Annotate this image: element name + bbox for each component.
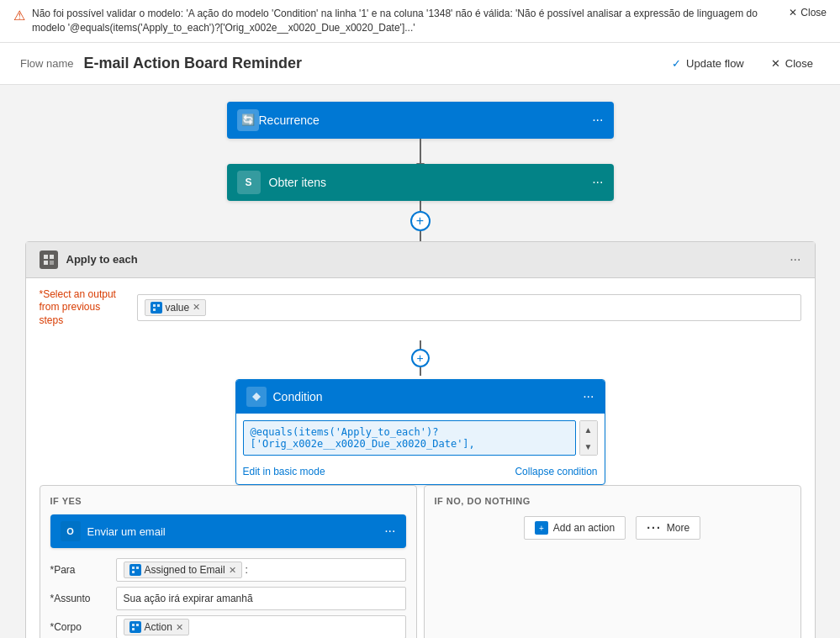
if-no-add-action-button[interactable]: + Add an action [524, 516, 626, 540]
if-no-more-label: More [667, 522, 689, 534]
value-tag-text: value [166, 302, 190, 314]
select-output-label: *Select an output from previous steps [40, 288, 124, 328]
error-close-button[interactable]: ✕ Close [789, 7, 827, 18]
collapse-condition-link[interactable]: Collapse condition [515, 466, 597, 477]
svg-rect-6 [153, 308, 156, 311]
if-no-add-action-icon: + [535, 521, 548, 535]
connector-1 [420, 139, 421, 164]
assunto-input[interactable]: Sua ação irá expirar amanhã [116, 587, 406, 610]
select-output-input[interactable]: value ✕ [137, 294, 801, 321]
if-no-label: IF NO, DO NOTHING [435, 496, 790, 506]
close-x-icon: ✕ [771, 57, 780, 70]
if-no-add-action-label: Add an action [553, 522, 615, 534]
email-node-label: Enviar um email [87, 525, 378, 538]
corpo-label: *Corpo [50, 621, 109, 633]
check-icon: ✓ [672, 57, 681, 70]
assunto-label: *Assunto [50, 593, 109, 604]
add-step-button-inner[interactable]: + [411, 349, 430, 367]
para-tag-remove[interactable]: ✕ [229, 565, 236, 576]
corpo-input[interactable]: Action ✕ [116, 615, 406, 638]
apply-each-more-button[interactable]: ··· [790, 252, 800, 267]
svg-rect-9 [136, 567, 139, 569]
obter-itens-label: Obter itens [269, 176, 593, 189]
select-output-text: Select an output from previous steps [40, 288, 116, 326]
select-output-row: *Select an output from previous steps va… [26, 278, 815, 338]
if-no-more-dots-icon: ··· [647, 521, 662, 535]
edit-basic-mode-link[interactable]: Edit in basic mode [243, 466, 325, 477]
email-node: O Enviar um email ··· [50, 514, 406, 548]
error-close-x-icon: ✕ [789, 7, 797, 18]
assunto-value: Sua ação irá expirar amanhã [124, 593, 253, 604]
outlook-icon: O [61, 521, 81, 541]
para-tag-text: Assigned to Email [145, 564, 225, 576]
condition-footer: Edit in basic mode Collapse condition [236, 462, 605, 484]
if-no-section: IF NO, DO NOTHING + Add an action ··· Mo… [424, 485, 801, 638]
condition-more-button[interactable]: ··· [583, 389, 594, 404]
value-tag: value ✕ [145, 299, 207, 316]
condition-icon [246, 387, 267, 407]
recurrence-icon: 🔄 [237, 109, 259, 131]
error-text: Não foi possível validar o modelo: 'A aç… [32, 7, 775, 35]
para-field: *Para Assigned to Email ✕ : [50, 558, 406, 582]
obter-itens-more-button[interactable]: ··· [592, 175, 603, 190]
update-flow-label: Update flow [686, 57, 744, 70]
svg-rect-8 [132, 567, 135, 569]
svg-rect-11 [132, 624, 135, 626]
connector-line-bottom [420, 231, 421, 241]
corpo-tag-remove[interactable]: ✕ [176, 622, 183, 633]
apply-each-title: Apply to each [66, 253, 782, 266]
apply-each-icon [40, 250, 58, 269]
condition-scroll-up-button[interactable]: ▲ [580, 421, 597, 438]
para-tag: Assigned to Email ✕ [124, 562, 242, 578]
close-flow-button[interactable]: ✕ Close [764, 54, 820, 73]
error-close-label: Close [800, 7, 827, 18]
if-no-more-button[interactable]: ··· More [636, 516, 700, 540]
apply-each-container: Apply to each ··· *Select an output from… [25, 241, 816, 638]
corpo-field: *Corpo Action ✕ [50, 615, 406, 638]
value-tag-remove-button[interactable]: ✕ [193, 302, 200, 313]
condition-header: Condition ··· [236, 380, 605, 414]
inner-plus-connector: + [26, 337, 815, 379]
para-label: *Para [50, 564, 109, 576]
value-tag-icon [151, 302, 162, 314]
svg-rect-5 [157, 304, 160, 307]
recurrence-more-button[interactable]: ··· [592, 113, 603, 128]
condition-container: Condition ··· @equals(items('Apply_to_ea… [235, 379, 605, 485]
para-input[interactable]: Assigned to Email ✕ : [116, 558, 406, 582]
inner-line-top [420, 340, 421, 349]
obter-itens-node: S Obter itens ··· [227, 164, 614, 201]
svg-rect-13 [132, 628, 135, 630]
update-flow-button[interactable]: ✓ Update flow [665, 54, 751, 73]
recurrence-label: Recurrence [259, 113, 593, 127]
assunto-field: *Assunto Sua ação irá expirar amanhã [50, 587, 406, 610]
connector-line-top [420, 201, 421, 211]
flow-name-label: Flow name [20, 57, 74, 70]
para-tag-icon [129, 564, 141, 576]
top-nav: Flow name E-mail Action Board Reminder ✓… [0, 43, 840, 85]
condition-scroll-down-button[interactable]: ▼ [580, 438, 597, 455]
svg-rect-10 [132, 571, 135, 573]
if-sections-wrap: IF YES O Enviar um email ··· *Para [26, 485, 815, 638]
condition-label: Condition [273, 390, 577, 403]
corpo-tag: Action ✕ [124, 619, 189, 635]
condition-formula-input[interactable]: @equals(items('Apply_to_each')?['Orig_x0… [243, 420, 576, 456]
plus-connector-1: + [410, 201, 431, 241]
svg-marker-7 [252, 393, 261, 401]
condition-formula-row: @equals(items('Apply_to_each')?['Orig_x0… [243, 420, 598, 456]
canvas: 🔄 Recurrence ··· S Obter itens ··· + [0, 85, 840, 638]
condition-scroll-buttons: ▲ ▼ [579, 420, 598, 456]
add-step-button-1[interactable]: + [410, 211, 431, 231]
error-icon: ⚠ [13, 8, 25, 24]
condition-body: @equals(items('Apply_to_each')?['Orig_x0… [236, 414, 605, 462]
inner-line-bottom [420, 367, 421, 376]
corpo-tag-icon [129, 621, 141, 633]
email-node-more-button[interactable]: ··· [384, 524, 395, 539]
corpo-tag-text: Action [145, 621, 172, 633]
if-yes-label: IF YES [50, 496, 406, 506]
sharepoint-icon: S [237, 171, 261, 194]
nav-actions: ✓ Update flow ✕ Close [665, 54, 820, 73]
if-no-action-bar: + Add an action ··· More [435, 516, 790, 540]
flow-title: E-mail Action Board Reminder [84, 55, 666, 72]
svg-rect-1 [50, 255, 54, 259]
svg-rect-2 [44, 261, 48, 265]
